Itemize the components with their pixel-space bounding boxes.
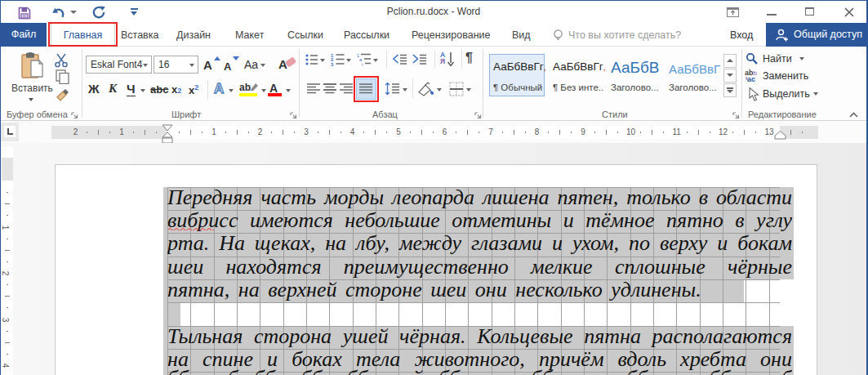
- svg-text:3: 3: [331, 62, 334, 67]
- svg-text:b: b: [754, 69, 758, 77]
- svg-text:i: i: [362, 62, 363, 67]
